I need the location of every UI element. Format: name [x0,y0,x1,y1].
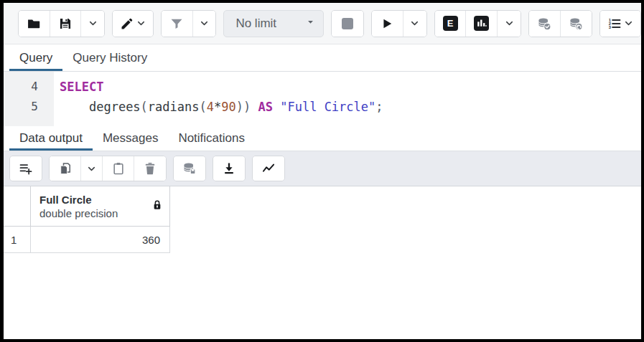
execute-button[interactable] [372,11,403,37]
save-data-icon [182,161,197,176]
explain-analyze-icon [474,16,489,31]
execute-button-group [371,10,427,37]
macros-button[interactable]: 123 [600,11,640,37]
code-line: degrees(radians(4*90)) AS "Full Circle"; [60,97,641,117]
chevron-down-icon [623,18,634,29]
graph-group [252,156,285,181]
tab-data-output-label: Data output [19,131,83,145]
rollback-button[interactable] [561,11,592,37]
save-data-button[interactable] [174,156,205,181]
save-icon [58,16,73,31]
line-number: 5 [4,97,54,117]
line-number: 4 [4,77,54,97]
tab-notifications[interactable]: Notifications [168,126,255,151]
copy-menu-button[interactable] [81,156,103,181]
table-row: 1360 [4,227,641,253]
open-file-button[interactable] [19,11,50,37]
download-icon [222,161,236,176]
delete-button[interactable] [134,156,166,181]
explain-menu-button[interactable] [498,11,521,37]
paste-button[interactable] [103,156,134,181]
grid-header: Full Circle double precision [4,186,641,227]
filter-button[interactable] [162,11,193,37]
main-toolbar: No limit E [4,3,641,44]
save-data-group [173,156,206,181]
graph-visualiser-button[interactable] [253,156,284,181]
tab-messages[interactable]: Messages [93,126,168,151]
data-grid: Full Circle double precision 1360 [4,186,641,253]
row-number-cell[interactable]: 1 [4,227,31,253]
stop-icon [342,18,353,29]
tab-query[interactable]: Query [9,44,62,71]
save-button[interactable] [50,11,82,37]
tab-data-output[interactable]: Data output [9,126,93,151]
result-toolbar [4,151,641,186]
transaction-button-group [528,10,592,37]
svg-text:3: 3 [608,25,611,29]
commit-icon [537,16,551,31]
editor-gutter: 45 [4,72,54,126]
explain-button-group: E [434,10,521,37]
trash-icon [143,161,157,176]
stop-button[interactable] [332,11,363,37]
execute-menu-button[interactable] [403,11,426,37]
row-number-header[interactable] [4,186,31,227]
data-cell[interactable]: 360 [31,227,170,253]
save-menu-button[interactable] [81,11,104,37]
lock-icon [151,199,163,214]
code-line: SELECT [60,77,641,97]
chevron-down-icon [86,163,97,174]
chevron-down-icon [136,18,146,29]
chevron-down-icon [199,18,210,29]
chevron-down-icon [504,18,515,29]
explain-analyze-button[interactable] [466,11,498,37]
column-type: double precision [39,206,118,220]
explain-icon: E [443,16,458,31]
edit-menu-button[interactable] [113,11,153,37]
row-limit-value: No limit [235,16,276,31]
explain-button[interactable]: E [435,11,467,37]
add-row-group [9,156,42,181]
commit-button[interactable] [529,11,561,37]
file-button-group [18,10,105,37]
download-group [213,156,246,181]
paste-icon [111,161,126,176]
tab-messages-label: Messages [103,131,158,145]
rollback-icon [569,16,583,31]
filter-menu-button[interactable] [193,11,216,37]
edit-button-group [112,10,154,37]
macros-button-group: 123 [599,10,641,37]
add-row-icon [19,161,33,176]
clipboard-group [49,156,167,181]
copy-button[interactable] [50,156,81,181]
graph-icon [261,161,276,176]
chevron-down-icon [88,18,98,29]
edit-icon [120,16,134,31]
column-header-full-circle[interactable]: Full Circle double precision [31,186,170,227]
tab-query-history-label: Query History [73,51,147,65]
macros-list-icon: 123 [607,16,622,31]
grid-rows: 1360 [4,227,641,253]
copy-icon [58,161,73,176]
filter-button-group [161,10,217,37]
download-button[interactable] [213,156,245,181]
row-limit-select[interactable]: No limit [223,10,324,37]
folder-icon [27,16,41,31]
tab-query-label: Query [19,51,52,65]
editor-tab-bar: Query Query History [4,44,641,72]
filter-icon [169,16,184,31]
column-name: Full Circle [39,193,118,206]
editor-code[interactable]: SELECT degrees(radians(4*90)) AS "Full C… [54,72,641,126]
play-icon [380,16,394,31]
add-row-button[interactable] [10,156,42,181]
empty-area [4,253,641,339]
stop-button-group [331,10,364,37]
tab-query-history[interactable]: Query History [62,44,157,71]
query-tool-window: No limit E [0,0,644,342]
tab-notifications-label: Notifications [178,131,245,145]
sql-editor[interactable]: 45 SELECT degrees(radians(4*90)) AS "Ful… [4,72,641,126]
chevron-down-icon [409,18,420,29]
output-tab-bar: Data output Messages Notifications [4,126,641,151]
dropdown-caret-icon [305,16,316,31]
